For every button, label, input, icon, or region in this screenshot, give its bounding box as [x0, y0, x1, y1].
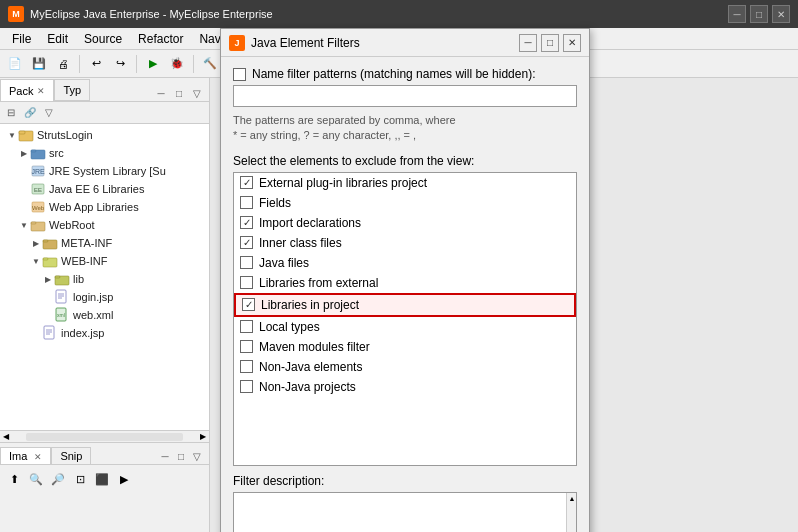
tree-label-src: src — [49, 147, 64, 159]
panel-maximize-btn[interactable]: □ — [171, 85, 187, 101]
filter-desc-scrollbar[interactable]: ▲ ▼ — [566, 493, 576, 532]
checkbox-10[interactable] — [240, 380, 253, 393]
list-label-2: Import declarations — [259, 216, 361, 230]
list-item-0[interactable]: External plug-in libraries project — [234, 173, 576, 193]
collapse-all-btn[interactable]: ⊟ — [2, 104, 20, 122]
tree-item-strutslogin[interactable]: ▼ StrutsLogin — [2, 126, 207, 144]
menu-edit[interactable]: Edit — [39, 30, 76, 48]
bp-btn-2[interactable]: 🔍 — [26, 469, 46, 489]
bp-btn-5[interactable]: ⬛ — [92, 469, 112, 489]
tree-item-metainf[interactable]: ▶ META-INF — [2, 234, 207, 252]
bottom-panel: Ima ✕ Snip ─ □ ▽ ⬆ 🔍 — [0, 442, 209, 532]
h-scroll-left[interactable]: ◀ — [0, 431, 12, 443]
build-button[interactable]: 🔨 — [199, 53, 221, 75]
elements-list[interactable]: External plug-in libraries project Field… — [233, 172, 577, 466]
tree-item-src[interactable]: ▶ src — [2, 144, 207, 162]
checkbox-7[interactable] — [240, 320, 253, 333]
tree-item-lib[interactable]: ▶ lib — [2, 270, 207, 288]
tree-arrow-webroot: ▼ — [18, 219, 30, 231]
tab-snip-label: Snip — [60, 450, 82, 462]
dialog-title-bar: J Java Element Filters ─ □ ✕ — [221, 29, 589, 57]
h-scroll-right[interactable]: ▶ — [197, 431, 209, 443]
checkbox-5[interactable] — [240, 276, 253, 289]
toolbar-separator-1 — [79, 55, 80, 73]
tree-item-jre[interactable]: ▶ JRE JRE System Library [Su — [2, 162, 207, 180]
tree-item-webinf[interactable]: ▼ WEB-INF — [2, 252, 207, 270]
undo-button[interactable]: ↩ — [85, 53, 107, 75]
checkbox-4[interactable] — [240, 256, 253, 269]
tree-label-lib: lib — [73, 273, 84, 285]
bp-btn-1[interactable]: ⬆ — [4, 469, 24, 489]
tree-arrow-metainf: ▶ — [30, 237, 42, 249]
svg-text:Web: Web — [32, 205, 45, 211]
tab-typ[interactable]: Typ — [54, 79, 90, 101]
tab-ima[interactable]: Ima ✕ — [0, 447, 51, 464]
tree-label-indexjsp: index.jsp — [61, 327, 104, 339]
panel-minimize-btn[interactable]: ─ — [153, 85, 169, 101]
dialog-maximize-btn[interactable]: □ — [541, 34, 559, 52]
list-item-8[interactable]: Maven modules filter — [234, 337, 576, 357]
tab-ima-close[interactable]: ✕ — [34, 452, 42, 462]
tree-item-indexjsp[interactable]: ▶ index.jsp — [2, 324, 207, 342]
panel-menu-btn[interactable]: ▽ — [189, 85, 205, 101]
list-item-2[interactable]: Import declarations — [234, 213, 576, 233]
redo-button[interactable]: ↪ — [109, 53, 131, 75]
fd-scroll-up-btn[interactable]: ▲ — [567, 493, 577, 503]
bottom-minimize-btn[interactable]: ─ — [157, 448, 173, 464]
list-item-7[interactable]: Local types — [234, 317, 576, 337]
checkbox-2[interactable] — [240, 216, 253, 229]
save-button[interactable]: 💾 — [28, 53, 50, 75]
bottom-menu-btn[interactable]: ▽ — [189, 448, 205, 464]
tree-item-webxml[interactable]: ▶ xml web.xml — [2, 306, 207, 324]
list-item-1[interactable]: Fields — [234, 193, 576, 213]
dialog-title-buttons: ─ □ ✕ — [519, 34, 581, 52]
checkbox-8[interactable] — [240, 340, 253, 353]
tree-view-btn[interactable]: ▽ — [40, 104, 58, 122]
bp-btn-4[interactable]: ⊡ — [70, 469, 90, 489]
menu-file[interactable]: File — [4, 30, 39, 48]
bottom-maximize-btn[interactable]: □ — [173, 448, 189, 464]
menu-source[interactable]: Source — [76, 30, 130, 48]
name-filter-checkbox[interactable] — [233, 68, 246, 81]
tree-icon-indexjsp — [42, 325, 58, 341]
checkbox-0[interactable] — [240, 176, 253, 189]
name-filter-input[interactable] — [233, 85, 577, 107]
list-item-3[interactable]: Inner class files — [234, 233, 576, 253]
tree-item-javaee[interactable]: ▶ EE Java EE 6 Libraries — [2, 180, 207, 198]
h-scrollbar[interactable]: ◀ ▶ — [0, 430, 209, 442]
checkbox-3[interactable] — [240, 236, 253, 249]
list-item-6[interactable]: Libraries in project — [234, 293, 576, 317]
dialog-java-element-filters: J Java Element Filters ─ □ ✕ Name filter… — [220, 28, 590, 532]
bp-btn-3[interactable]: 🔎 — [48, 469, 68, 489]
checkbox-6[interactable] — [242, 298, 255, 311]
menu-refactor[interactable]: Refactor — [130, 30, 191, 48]
tab-pack[interactable]: Pack ✕ — [0, 79, 54, 101]
list-item-5[interactable]: Libraries from external — [234, 273, 576, 293]
list-item-9[interactable]: Non-Java elements — [234, 357, 576, 377]
list-item-4[interactable]: Java files — [234, 253, 576, 273]
checkbox-9[interactable] — [240, 360, 253, 373]
dialog-minimize-btn[interactable]: ─ — [519, 34, 537, 52]
run-button[interactable]: ▶ — [142, 53, 164, 75]
link-editor-btn[interactable]: 🔗 — [21, 104, 39, 122]
tree-item-webroot[interactable]: ▼ WebRoot — [2, 216, 207, 234]
tab-pack-close[interactable]: ✕ — [37, 86, 45, 96]
tab-snip[interactable]: Snip — [51, 447, 91, 464]
tree-item-loginjsp[interactable]: ▶ login.jsp — [2, 288, 207, 306]
dialog-close-btn[interactable]: ✕ — [563, 34, 581, 52]
list-label-10: Non-Java projects — [259, 380, 356, 394]
tree-view[interactable]: ▼ StrutsLogin ▶ — [0, 124, 209, 430]
maximize-button[interactable]: □ — [750, 5, 768, 23]
list-item-10[interactable]: Non-Java projects — [234, 377, 576, 397]
name-filter-label: Name filter patterns (matching names wil… — [252, 67, 535, 81]
debug-button[interactable]: 🐞 — [166, 53, 188, 75]
close-button[interactable]: ✕ — [772, 5, 790, 23]
minimize-button[interactable]: ─ — [728, 5, 746, 23]
print-button[interactable]: 🖨 — [52, 53, 74, 75]
h-scroll-track[interactable] — [26, 433, 183, 441]
tree-item-webapp[interactable]: ▶ Web Web App Libraries — [2, 198, 207, 216]
bp-btn-6[interactable]: ▶ — [114, 469, 134, 489]
bottom-tab-bar: Ima ✕ Snip ─ □ ▽ — [0, 443, 209, 465]
new-button[interactable]: 📄 — [4, 53, 26, 75]
checkbox-1[interactable] — [240, 196, 253, 209]
